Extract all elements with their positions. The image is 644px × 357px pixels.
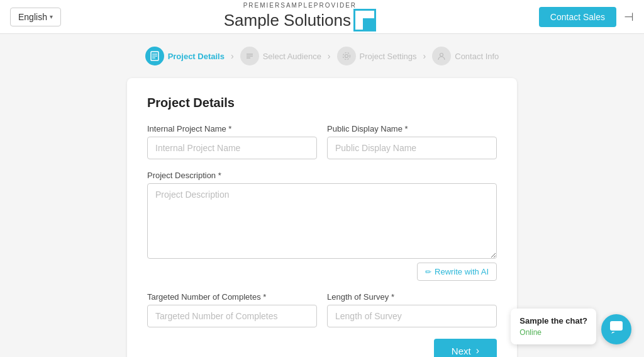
targeted-completes-input[interactable]	[147, 305, 317, 327]
next-button[interactable]: Next ›	[434, 339, 497, 357]
svg-rect-10	[610, 321, 623, 331]
chevron-down-icon: ▾	[50, 13, 53, 20]
length-of-survey-group: Length of Survey *	[327, 292, 497, 327]
logo-icon	[353, 9, 376, 31]
step-label-contact-info: Contact Info	[455, 52, 499, 61]
step-icon-project-settings	[337, 47, 356, 65]
contact-sales-button[interactable]: Contact Sales	[539, 7, 616, 27]
rewrite-with-ai-button[interactable]: ✏ Rewrite with AI	[417, 263, 497, 281]
step-icon-select-audience	[240, 47, 259, 65]
header: English ▾ PREMIERSAMPLEPROVIDER Sample S…	[0, 0, 644, 34]
step-arrow-1: ›	[231, 51, 234, 61]
project-description-group: Project Description *	[147, 171, 497, 259]
length-of-survey-label: Length of Survey *	[327, 292, 497, 302]
internal-project-name-label: Internal Project Name *	[147, 124, 317, 133]
step-label-project-details: Project Details	[168, 52, 225, 61]
rewrite-row: ✏ Rewrite with AI	[147, 263, 497, 281]
next-btn-label: Next	[452, 346, 471, 356]
language-label: English	[18, 12, 47, 22]
logo: PREMIERSAMPLEPROVIDER Sample Solutions	[224, 2, 376, 31]
rewrite-btn-label: Rewrite with AI	[435, 267, 489, 276]
public-display-name-label: Public Display Name *	[327, 124, 497, 133]
step-project-details[interactable]: Project Details	[145, 47, 225, 65]
chat-title: Sample the chat?	[519, 315, 587, 327]
svg-point-7	[345, 55, 348, 58]
logo-text: Sample Solutions	[224, 11, 351, 30]
logo-square-inner	[363, 18, 374, 30]
public-display-name-input[interactable]	[327, 137, 497, 159]
targeted-completes-group: Targeted Number of Completes *	[147, 292, 317, 327]
logo-top-text: PREMIERSAMPLEPROVIDER	[243, 2, 357, 9]
step-label-select-audience: Select Audience	[263, 52, 321, 61]
step-icon-contact-info	[432, 47, 451, 65]
svg-point-8	[343, 53, 350, 60]
step-project-settings[interactable]: Project Settings	[337, 47, 417, 65]
step-arrow-2: ›	[328, 51, 331, 61]
chat-bubble: Sample the chat? Online	[511, 309, 596, 345]
public-display-name-group: Public Display Name *	[327, 124, 497, 159]
next-row: Next ›	[147, 339, 497, 357]
pencil-icon: ✏	[425, 268, 431, 276]
logo-square-outer	[353, 9, 376, 31]
language-selector[interactable]: English ▾	[10, 8, 61, 26]
survey-details-row: Targeted Number of Completes * Length of…	[147, 292, 497, 327]
next-arrow-icon: ›	[476, 345, 479, 356]
targeted-completes-label: Targeted Number of Completes *	[147, 292, 317, 302]
step-icon-project-details	[145, 47, 164, 65]
step-label-project-settings: Project Settings	[360, 52, 417, 61]
stepper: Project Details › Select Audience › Proj…	[0, 34, 644, 72]
chat-status: Online	[519, 327, 587, 338]
project-description-label: Project Description *	[147, 171, 497, 180]
internal-project-name-group: Internal Project Name *	[147, 124, 317, 159]
step-select-audience[interactable]: Select Audience	[240, 47, 321, 65]
header-right: Contact Sales ⊣	[539, 7, 634, 27]
name-row: Internal Project Name * Public Display N…	[147, 124, 497, 159]
card-title: Project Details	[147, 96, 497, 110]
project-description-input[interactable]	[147, 183, 497, 259]
logo-bottom: Sample Solutions	[224, 9, 376, 31]
internal-project-name-input[interactable]	[147, 137, 317, 159]
project-details-card: Project Details Internal Project Name * …	[127, 78, 517, 357]
step-arrow-3: ›	[423, 51, 426, 61]
svg-point-9	[440, 54, 443, 57]
login-icon[interactable]: ⊣	[624, 10, 634, 24]
length-of-survey-input[interactable]	[327, 305, 497, 327]
step-contact-info[interactable]: Contact Info	[432, 47, 499, 65]
chat-button[interactable]	[601, 314, 631, 344]
chat-widget: Sample the chat? Online	[511, 309, 631, 345]
chat-icon	[609, 320, 624, 339]
